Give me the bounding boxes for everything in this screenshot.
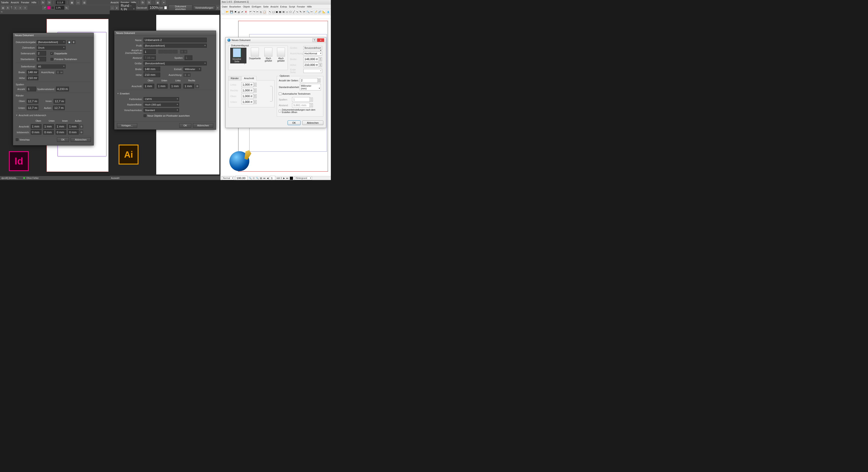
bleed-right-input[interactable] xyxy=(184,84,194,88)
line-icon[interactable]: ╱ xyxy=(292,10,295,14)
menu-seite[interactable]: Seite xyxy=(263,5,269,8)
numpages-spin[interactable] xyxy=(317,79,321,83)
p-icon[interactable]: 𝒫 xyxy=(42,6,46,10)
mbottom-spin[interactable] xyxy=(253,100,257,104)
slug-outside-input[interactable] xyxy=(68,130,79,135)
mtop-input[interactable] xyxy=(27,99,38,104)
char-icon[interactable]: ▤ xyxy=(1,6,5,10)
layout-single[interactable]: Einzelne Seite xyxy=(230,48,246,63)
layout-4fold[interactable]: 4fach gefaltet xyxy=(276,48,286,63)
lastpage-icon[interactable]: ⏭ xyxy=(286,177,288,179)
textframe-icon[interactable]: ▢ xyxy=(272,10,275,14)
align-right-icon[interactable]: ≡ xyxy=(23,6,27,10)
slug-bottom-input[interactable] xyxy=(43,130,54,135)
numpages-input[interactable] xyxy=(300,78,317,83)
ltr-icon[interactable]: → xyxy=(180,50,184,53)
open-icon[interactable]: 📂 xyxy=(225,10,229,14)
page-input[interactable] xyxy=(270,176,275,180)
width-input[interactable] xyxy=(144,67,160,71)
menu-script[interactable]: Script xyxy=(289,5,295,8)
size-select[interactable]: [Benutzerdefiniert] xyxy=(144,61,207,65)
bridge-icon[interactable]: Br xyxy=(41,0,45,4)
layer-icon[interactable]: ▤ xyxy=(260,177,262,179)
cancel-button[interactable]: Abbrechen xyxy=(71,138,91,142)
mleft-input[interactable] xyxy=(241,82,253,87)
mright-input[interactable] xyxy=(241,88,253,93)
link-margins-icon[interactable] xyxy=(270,86,273,101)
close-icon[interactable]: ✖ xyxy=(234,10,237,14)
bezier-icon[interactable]: ∿ xyxy=(296,10,299,14)
autotf-checkbox[interactable] xyxy=(279,92,281,95)
doc-setup-button[interactable]: Dokument einrichten xyxy=(168,4,192,11)
cancel-button[interactable]: Abbrechen xyxy=(302,121,323,125)
render-icon[interactable]: ▦ xyxy=(279,10,281,14)
bleed-top-input[interactable] xyxy=(31,124,41,129)
zoomout-icon[interactable]: 🔍 xyxy=(249,177,251,179)
tab-margins[interactable]: Ränder xyxy=(228,76,241,80)
zoom-field[interactable]: 111,8 xyxy=(56,1,65,4)
colormode-select[interactable]: CMYK xyxy=(144,97,179,101)
print-icon[interactable]: 🖨 xyxy=(237,10,240,14)
start-input[interactable] xyxy=(37,57,46,61)
close-button[interactable]: ✕ xyxy=(317,38,324,42)
openafter-checkbox[interactable] xyxy=(279,110,281,112)
stock-icon[interactable]: St xyxy=(147,0,151,4)
rotate-icon[interactable]: ⟳ xyxy=(303,10,305,14)
zoom-icon[interactable]: 🔍 xyxy=(306,10,310,14)
undo-icon[interactable]: ↶ xyxy=(249,10,252,14)
disclosure-icon[interactable]: ▼ xyxy=(117,92,119,95)
menu-hilfe[interactable]: Hilfe xyxy=(31,1,36,4)
tab-bleed[interactable]: Anschnitt xyxy=(242,76,256,81)
bleed-top-input[interactable] xyxy=(144,84,154,88)
rtl-icon[interactable]: ← xyxy=(184,50,187,53)
edit-icon[interactable]: ✏ xyxy=(310,10,313,14)
prevpage-icon[interactable]: ◀ xyxy=(267,177,269,179)
landscape-icon[interactable]: ▭ xyxy=(187,73,191,77)
grid-rtl-icon[interactable] xyxy=(163,50,168,53)
grid-row-icon[interactable] xyxy=(168,50,173,53)
layer-color-swatch[interactable] xyxy=(290,177,293,180)
bleed-bottom-input[interactable] xyxy=(43,124,54,129)
opacity-select[interactable]: 100% xyxy=(149,5,158,10)
mtop-spin[interactable] xyxy=(253,94,257,98)
ok-button[interactable]: OK xyxy=(288,121,301,125)
cut-icon[interactable]: ✂ xyxy=(256,10,259,14)
layout-double[interactable]: Doppelseite xyxy=(249,48,261,63)
menu-datei[interactable]: Datei xyxy=(222,5,227,8)
gpu-icon[interactable]: ✦ xyxy=(162,0,166,4)
menu-tabelle[interactable]: Tabelle xyxy=(1,1,9,4)
redo-icon[interactable]: ↷ xyxy=(253,10,255,14)
artboards-input[interactable] xyxy=(144,50,156,54)
mbottom-input[interactable] xyxy=(241,99,253,104)
preflight-icon[interactable]: ✔ xyxy=(241,10,244,14)
link-slug-icon[interactable]: ⛓ xyxy=(80,130,83,134)
align-center-icon[interactable]: ≡ xyxy=(19,6,22,10)
screen-icon[interactable]: ▭ xyxy=(76,0,80,4)
unit-select[interactable]: Millimeter xyxy=(184,67,201,71)
portrait-icon[interactable]: ▯ xyxy=(56,70,60,74)
arrange-icon[interactable]: ▦ xyxy=(156,0,160,4)
brushsize-icon[interactable]: ● xyxy=(115,6,119,10)
disclosure-icon[interactable]: ▼ xyxy=(16,114,18,116)
save-preset-icon[interactable]: 💾 xyxy=(67,40,71,44)
colcount-input[interactable] xyxy=(27,87,36,91)
mtop-input[interactable] xyxy=(241,94,253,98)
save-icon[interactable]: 💾 xyxy=(230,10,234,14)
polygon-icon[interactable]: ⬠ xyxy=(289,10,291,14)
bleed-left-input[interactable] xyxy=(170,84,181,88)
orient-select[interactable]: Hochformat xyxy=(303,52,322,55)
raster-select[interactable]: Hoch (300 ppi) xyxy=(144,102,179,107)
mleft-spin[interactable] xyxy=(253,83,257,87)
fill-swatch[interactable] xyxy=(47,6,50,9)
size-select[interactable]: Benutzerdefiniert xyxy=(303,46,322,50)
preview-checkbox[interactable] xyxy=(16,138,19,141)
mode-select[interactable]: Normal xyxy=(222,176,234,180)
menu-extras[interactable]: Extras xyxy=(280,5,287,8)
firstpage-icon[interactable]: ⏮ xyxy=(263,177,266,179)
profile-select[interactable]: [Benutzerdefiniert] xyxy=(144,44,207,48)
help-button[interactable]: ? xyxy=(312,38,316,42)
stroke-weight[interactable]: 1 Pt xyxy=(55,6,64,9)
para-icon[interactable]: A xyxy=(6,6,10,10)
ok-button[interactable]: OK xyxy=(57,138,69,142)
slug-inside-input[interactable] xyxy=(56,130,66,135)
